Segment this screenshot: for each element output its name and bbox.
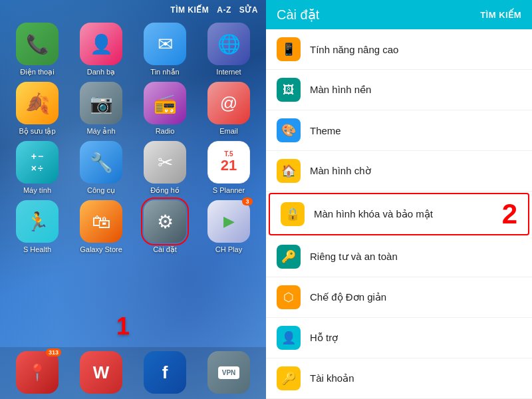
app-label-internet: Internet bbox=[216, 68, 241, 76]
bottom-dock: 📍313WfVPN bbox=[0, 347, 266, 399]
app-label-play: CH Play bbox=[215, 245, 242, 253]
settings-label-support: Hỗ trợ bbox=[310, 332, 521, 344]
app-label-settings: Cài đặt bbox=[153, 245, 177, 254]
settings-item-home-screen[interactable]: 🏠Màn hình chờ bbox=[266, 151, 532, 192]
app-clock[interactable]: ✂Đồng hồ bbox=[134, 141, 196, 195]
settings-item-theme[interactable]: 🎨Theme bbox=[266, 110, 532, 151]
app-phone[interactable]: 📞Điện thoại bbox=[7, 23, 68, 76]
step-2-label: 2 bbox=[502, 198, 517, 230]
app-radio[interactable]: 📻Radio bbox=[134, 82, 196, 136]
settings-item-lock-screen[interactable]: 🔒Màn hình khóa và bảo mật2 bbox=[269, 193, 529, 235]
dock-office[interactable]: W bbox=[70, 351, 132, 394]
app-label-gallery: Bộ sưu tập bbox=[19, 127, 55, 136]
app-settings[interactable]: ⚙Cài đặt bbox=[134, 200, 196, 254]
settings-item-accounts[interactable]: 🔑Tài khoản bbox=[266, 358, 532, 399]
settings-panel: Cài đặt TÌM KIẾM 📱Tính năng nâng cao🖼Màn… bbox=[266, 0, 532, 399]
settings-label-lock-screen: Màn hình khóa và bảo mật bbox=[314, 208, 517, 220]
app-label-clock: Đồng hồ bbox=[150, 186, 179, 195]
app-label-camera: Máy ảnh bbox=[86, 127, 115, 136]
settings-item-support[interactable]: 👤Hỗ trợ bbox=[266, 318, 532, 358]
app-label-phone: Điện thoại bbox=[20, 68, 54, 76]
app-email[interactable]: @Email bbox=[198, 82, 259, 136]
settings-label-advanced-display: Tính năng nâng cao bbox=[310, 44, 521, 55]
settings-item-privacy[interactable]: 🔑Riêng tư và an toàn bbox=[266, 237, 532, 277]
app-health[interactable]: 🏃S Health bbox=[7, 200, 68, 254]
app-calculator[interactable]: +−×÷Máy tính bbox=[7, 141, 68, 195]
settings-item-advanced-display[interactable]: 📱Tính năng nâng cao bbox=[266, 29, 532, 70]
app-label-tools: Công cụ bbox=[87, 186, 115, 195]
dock-facebook[interactable]: f bbox=[134, 351, 196, 394]
settings-header: Cài đặt TÌM KIẾM bbox=[266, 0, 532, 29]
app-label-contacts: Danh bạ bbox=[87, 68, 115, 76]
settings-search-button[interactable]: TÌM KIẾM bbox=[480, 10, 521, 20]
app-internet[interactable]: 🌐Internet bbox=[198, 23, 259, 76]
app-store[interactable]: 🛍Galaxy Store bbox=[70, 200, 132, 254]
app-label-radio: Radio bbox=[156, 127, 175, 135]
app-label-email: Email bbox=[219, 127, 238, 135]
settings-label-theme: Theme bbox=[310, 125, 521, 136]
dock-vpn[interactable]: VPN bbox=[198, 351, 259, 394]
search-top-btn[interactable]: TÌM KIẾM bbox=[170, 5, 209, 15]
step-1-label: 1 bbox=[116, 313, 130, 340]
app-label-store: Galaxy Store bbox=[80, 245, 122, 253]
settings-item-wallpaper[interactable]: 🖼Màn hình nền bbox=[266, 70, 532, 110]
app-grid: 📞Điện thoại👤Danh bạ✉Tin nhắn🌐Internet🍂Bộ… bbox=[0, 17, 266, 259]
home-screen-panel: TÌM KIẾM A-Z SỬA 📞Điện thoại👤Danh bạ✉Tin… bbox=[0, 0, 266, 399]
settings-list: 📱Tính năng nâng cao🖼Màn hình nền🎨Theme🏠M… bbox=[266, 29, 532, 399]
app-play[interactable]: ▶3CH Play bbox=[198, 200, 259, 254]
app-messages[interactable]: ✉Tin nhắn bbox=[134, 23, 196, 76]
settings-item-easy-mode[interactable]: ⬡Chế độ Đơn giản bbox=[266, 277, 532, 318]
app-gallery[interactable]: 🍂Bộ sưu tập bbox=[7, 82, 68, 136]
app-tools[interactable]: 🔧Công cụ bbox=[70, 141, 132, 195]
app-label-health: S Health bbox=[23, 245, 51, 253]
app-label-splanner: S Planner bbox=[213, 186, 245, 194]
edit-btn[interactable]: SỬA bbox=[239, 5, 258, 15]
app-contacts[interactable]: 👤Danh bạ bbox=[70, 23, 132, 76]
settings-label-accounts: Tài khoản bbox=[310, 372, 521, 384]
settings-label-easy-mode: Chế độ Đơn giản bbox=[310, 291, 521, 303]
settings-label-privacy: Riêng tư và an toàn bbox=[310, 251, 521, 263]
app-label-messages: Tin nhắn bbox=[150, 68, 179, 76]
az-btn[interactable]: A-Z bbox=[217, 5, 231, 15]
top-bar: TÌM KIẾM A-Z SỬA bbox=[0, 0, 266, 17]
app-splanner[interactable]: T.521S Planner bbox=[198, 141, 259, 195]
settings-label-wallpaper: Màn hình nền bbox=[310, 84, 521, 96]
app-label-calculator: Máy tính bbox=[23, 186, 51, 194]
dock-maps[interactable]: 📍313 bbox=[7, 351, 68, 394]
settings-label-home-screen: Màn hình chờ bbox=[310, 165, 521, 177]
settings-title: Cài đặt bbox=[277, 7, 319, 23]
app-camera[interactable]: 📷Máy ảnh bbox=[70, 82, 132, 136]
